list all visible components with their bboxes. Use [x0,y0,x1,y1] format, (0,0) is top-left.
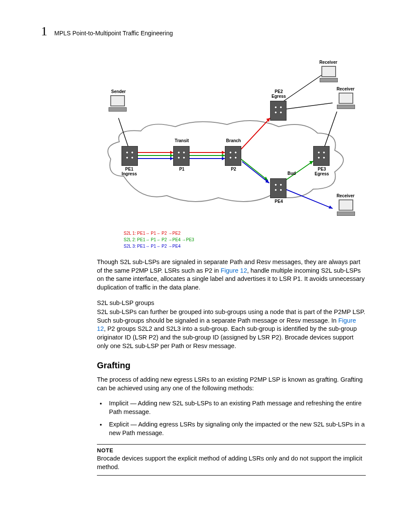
svg-line-17 [242,162,269,183]
router-pe1 [121,146,138,166]
paragraph-3: The process of adding new egress LSRs to… [97,376,366,392]
label-p1: P1 [169,167,195,171]
note-label: NOTE [97,447,366,454]
diagram-legend: S2L 1: PE1→ P1→ P2 →PE2 S2L 2: PE1→ P1→ … [124,230,194,249]
label-pe1: PE1 Ingress [116,167,142,176]
pc-receiver-3 [337,199,355,216]
label-sender: Sender [106,89,131,94]
legend-s2l1: S2L 1: PE1→ P1→ P2 →PE2 [124,230,194,236]
router-p2 [225,146,241,166]
label-bud: Bud [279,171,305,176]
label-branch: Branch [221,138,246,143]
link-figure-12-a[interactable]: Figure 12 [221,267,247,274]
legend-s2l3: S2L 3: PE1→ P1→ P2 →PE4 [124,243,194,249]
svg-marker-20 [309,161,313,165]
router-pe4 [270,178,286,198]
chapter-title: MPLS Point-to-Multipoint Traffic Enginee… [54,30,173,37]
svg-line-24 [283,103,333,109]
bullet-explicit: Explicit — Adding egress LSRs by signali… [106,420,366,437]
page-container: 1 MPLS Point-to-Multipoint Traffic Engin… [0,0,411,501]
heading-grafting: Grafting [97,361,366,370]
svg-marker-2 [170,151,173,154]
label-receiver-2: Receiver [333,87,358,91]
note-text: Brocade devices support the explicit met… [97,454,366,471]
svg-line-0 [118,118,128,146]
legend-s2l2: S2L 2: PE1→ P1→ P2 →PE4 →PE3 [124,236,194,243]
svg-line-21 [285,189,333,208]
label-receiver-1: Receiver [315,60,341,65]
svg-marker-6 [170,157,173,160]
label-receiver-3: Receiver [333,193,358,198]
label-p2: P2 [221,167,246,171]
bullet-implicit: Implicit — Adding new S2L sub-LSPs to an… [106,399,366,416]
svg-marker-12 [222,157,225,160]
pc-sender [109,95,127,112]
pc-receiver-1 [320,66,338,82]
paragraph-1: Though S2L sub-LSPs are signaled in sepa… [97,258,366,292]
page-header: 1 MPLS Point-to-Multipoint Traffic Engin… [41,24,379,38]
label-pe2: PE2 Egress [266,89,292,99]
label-pe3: PE3 Egress [309,167,335,176]
svg-marker-16 [264,177,268,180]
paragraph-2: S2L sub-LSPs can further be grouped into… [97,308,366,350]
svg-marker-14 [266,118,270,122]
grafting-methods-list: Implicit — Adding new S2L sub-LSPs to an… [97,399,366,437]
label-transit: Transit [169,138,195,143]
pc-receiver-2 [337,93,355,109]
router-pe2 [270,101,286,121]
chapter-number: 1 [41,24,47,38]
router-p1 [173,146,190,166]
svg-line-13 [241,118,270,149]
router-pe3 [313,146,330,166]
svg-marker-10 [222,154,225,157]
svg-marker-18 [265,179,269,183]
p2-text-a: S2L sub-LSPs can further be grouped into… [97,308,365,324]
note-box: NOTE Brocade devices support the explici… [97,444,366,475]
content-block: Sender Receiver Receiver Receiver PE1 In… [97,60,366,476]
svg-line-25 [324,112,337,148]
subheading-s2l-groups: S2L sub-LSP groups [97,299,366,306]
svg-marker-4 [170,154,173,157]
svg-marker-8 [222,151,225,154]
label-pe4: PE4 [266,199,292,204]
p2-text-b: , P2 groups S2L2 and S2L3 into a sub-gro… [97,325,357,349]
network-diagram: Sender Receiver Receiver Receiver PE1 In… [98,60,365,249]
svg-marker-22 [329,205,333,208]
